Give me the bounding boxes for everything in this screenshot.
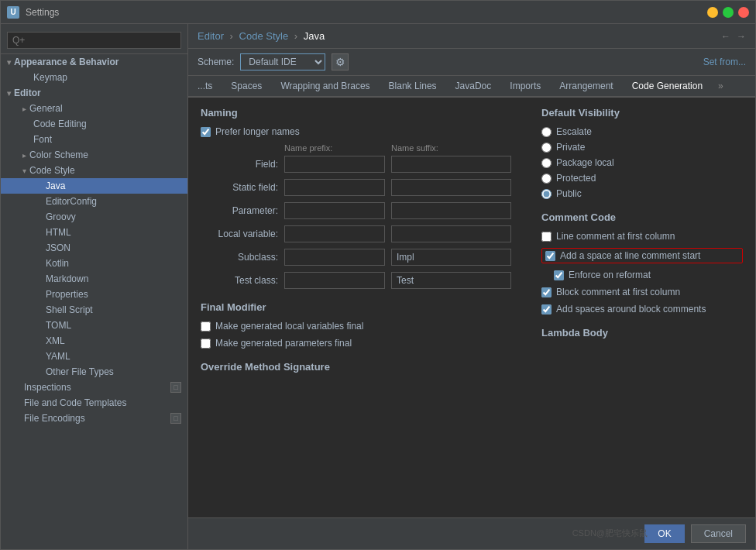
field-prefix-input[interactable] — [284, 179, 385, 196]
cancel-button[interactable]: Cancel — [691, 524, 746, 543]
sidebar-item-kotlin[interactable]: Kotlin — [1, 256, 187, 271]
line-comment-first-col-checkbox[interactable] — [541, 232, 552, 242]
back-button[interactable]: ← — [721, 31, 730, 42]
scheme-select[interactable]: Default IDE — [240, 53, 325, 70]
set-from-link[interactable]: Set from... — [703, 57, 746, 67]
content-left: Naming Prefer longer names Name prefix: … — [201, 107, 526, 508]
tab-javadoc[interactable]: JavaDoc — [446, 76, 501, 98]
name-prefix-col: Name prefix: — [284, 143, 385, 153]
field-prefix-input[interactable] — [284, 202, 385, 219]
breadcrumb-java: Java — [304, 30, 325, 42]
sidebar-item-toml[interactable]: TOML — [1, 318, 187, 333]
sidebar-item-json[interactable]: JSON — [1, 240, 187, 256]
sidebar-item-shell-script[interactable]: Shell Script — [1, 302, 187, 318]
tab-ts[interactable]: ...ts — [188, 76, 222, 98]
sidebar-item-inspections[interactable]: Inspections□ — [1, 380, 187, 395]
maximize-button[interactable] — [723, 7, 734, 18]
expand-arrow-code-style: ▾ — [22, 167, 26, 175]
sidebar-item-html[interactable]: HTML — [1, 225, 187, 240]
local-vars-final-checkbox[interactable] — [201, 321, 211, 332]
sidebar-item-editor-config[interactable]: EditorConfig — [1, 194, 187, 209]
sidebar-label-color-scheme: Color Scheme — [29, 150, 88, 160]
bottom-bar: CSDN@肥宅快乐鼠 OK Cancel — [188, 517, 755, 549]
close-button[interactable] — [738, 7, 749, 18]
badge-inspections: □ — [170, 382, 181, 393]
field-label: Field: — [201, 159, 278, 170]
sidebar-item-keymap[interactable]: Keymap — [1, 70, 187, 85]
sidebar-item-properties[interactable]: Properties — [1, 287, 187, 302]
tab-blank-lines[interactable]: Blank Lines — [380, 76, 446, 98]
search-bar — [1, 27, 187, 54]
enforce-reformat-checkbox[interactable] — [554, 270, 564, 280]
local-vars-final-row: Make generated local variables final — [201, 321, 526, 332]
public-radio[interactable] — [541, 189, 552, 199]
sidebar-label-html: HTML — [46, 227, 71, 238]
add-space-comment-checkbox[interactable] — [545, 251, 555, 261]
breadcrumb-editor: Editor — [198, 30, 224, 42]
field-suffix-input[interactable] — [391, 179, 511, 196]
add-spaces-block-checkbox[interactable] — [541, 304, 552, 315]
sidebar-item-code-style[interactable]: ▾Code Style — [1, 163, 187, 178]
prefer-longer-checkbox[interactable] — [201, 127, 211, 137]
tab-more[interactable]: » — [712, 76, 730, 96]
tab-wrapping[interactable]: Wrapping and Braces — [271, 76, 379, 98]
naming-field-row: Test class: — [201, 272, 526, 289]
sidebar-item-file-encodings[interactable]: File Encodings□ — [1, 411, 187, 426]
field-suffix-input[interactable] — [391, 225, 511, 242]
sidebar-item-markdown[interactable]: Markdown — [1, 271, 187, 287]
sidebar-label-shell-script: Shell Script — [46, 304, 93, 315]
sidebar-item-xml[interactable]: XML — [1, 333, 187, 349]
private-row: Private — [541, 142, 743, 153]
add-spaces-block-label: Add spaces around block comments — [556, 304, 706, 315]
sidebar-item-file-code-templates[interactable]: File and Code Templates — [1, 395, 187, 411]
sidebar-label-markdown: Markdown — [46, 273, 88, 284]
sidebar-item-editor[interactable]: ▾Editor — [1, 85, 187, 101]
block-comment-first-col-checkbox[interactable] — [541, 287, 552, 297]
naming-field-row: Parameter: — [201, 202, 526, 219]
ok-button[interactable]: OK — [644, 524, 684, 543]
content-area: Naming Prefer longer names Name prefix: … — [188, 98, 755, 517]
scheme-label: Scheme: — [198, 57, 234, 67]
sidebar-item-general[interactable]: ▸General — [1, 101, 187, 116]
sidebar-item-color-scheme[interactable]: ▸Color Scheme — [1, 147, 187, 163]
tabs-bar: ...ts Spaces Wrapping and Braces Blank L… — [188, 76, 755, 98]
sidebar-item-groovy[interactable]: Groovy — [1, 209, 187, 225]
sidebar-label-editor-config: EditorConfig — [46, 196, 97, 207]
forward-button[interactable]: → — [737, 31, 746, 42]
name-suffix-col: Name suffix: — [391, 143, 511, 153]
tab-spaces[interactable]: Spaces — [222, 76, 271, 98]
minimize-button[interactable] — [707, 7, 718, 18]
sidebar-item-font[interactable]: Font — [1, 132, 187, 147]
field-suffix-input[interactable] — [391, 272, 511, 289]
public-label: Public — [556, 188, 582, 199]
sidebar-item-other-file-types[interactable]: Other File Types — [1, 364, 187, 380]
sidebar-item-java[interactable]: Java — [1, 178, 187, 194]
tab-code-generation[interactable]: Code Generation — [623, 76, 712, 98]
window-title: Settings — [26, 7, 707, 18]
sidebar-item-yaml[interactable]: YAML — [1, 349, 187, 364]
comment-code-section: Comment Code Line comment at first colum… — [541, 211, 743, 315]
sidebar-item-code-editing[interactable]: Code Editing — [1, 116, 187, 132]
tab-imports[interactable]: Imports — [500, 76, 550, 98]
expand-arrow-general: ▸ — [22, 105, 26, 113]
gear-button[interactable]: ⚙ — [332, 53, 349, 70]
tab-arrangement[interactable]: Arrangement — [550, 76, 622, 98]
escalate-radio[interactable] — [541, 127, 552, 137]
sidebar-label-json: JSON — [46, 242, 70, 253]
package-local-radio[interactable] — [541, 158, 552, 168]
field-prefix-input[interactable] — [284, 225, 385, 242]
sidebar-item-appearance[interactable]: ▾Appearance & Behavior — [1, 54, 187, 70]
params-final-checkbox[interactable] — [201, 339, 211, 349]
field-suffix-input[interactable] — [391, 249, 511, 266]
search-input[interactable] — [7, 32, 181, 49]
badge-file-encodings: □ — [170, 413, 181, 424]
field-prefix-input[interactable] — [284, 272, 385, 289]
final-modifier-title: Final Modifier — [201, 301, 526, 313]
field-prefix-input[interactable] — [284, 156, 385, 173]
private-radio[interactable] — [541, 143, 552, 153]
protected-radio[interactable] — [541, 174, 552, 184]
field-prefix-input[interactable] — [284, 249, 385, 266]
field-suffix-input[interactable] — [391, 202, 511, 219]
field-suffix-input[interactable] — [391, 156, 511, 173]
field-label: Parameter: — [201, 205, 278, 216]
